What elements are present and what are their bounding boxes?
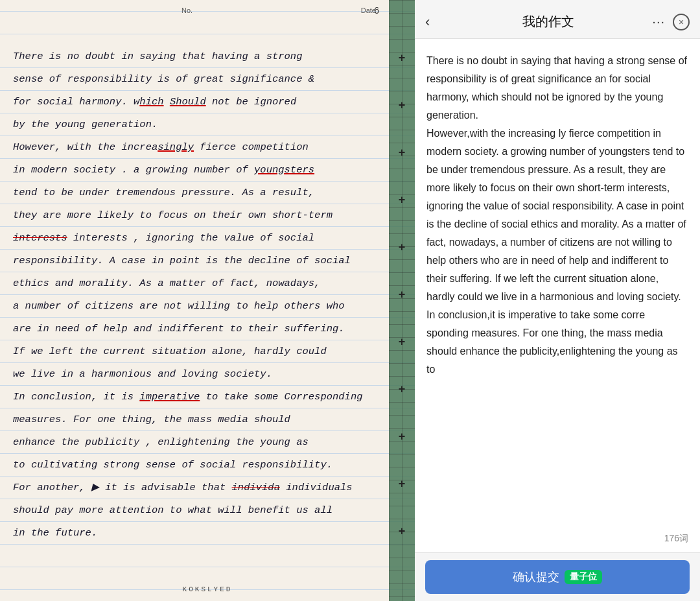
hw-hich: hich [139, 96, 163, 108]
hw-line-14: If we left the current situation alone, … [13, 340, 382, 363]
close-icon: × [679, 17, 684, 27]
hw-line-9: interests interests , ignoring the value… [13, 227, 382, 250]
essay-text: There is no doubt in saying that having … [426, 52, 688, 379]
hw-line-7: tend to be under tremendous pressure. As… [13, 182, 382, 204]
essay-paragraph-1: There is no doubt in saying that having … [426, 55, 687, 121]
plus-8: + [399, 383, 406, 395]
hw-should: Should [170, 96, 206, 108]
notebook-bottom-label: KOKSLYED [183, 585, 233, 593]
hw-line-17: measures. For one thing, the mass media … [13, 408, 382, 431]
wechat-panel: ‹ 我的作文 ··· × There is no doubt in saying… [415, 0, 700, 601]
handwritten-text: There is no doubt in saying that having … [13, 45, 382, 545]
hw-line-8: they are more likely to focus on their o… [13, 204, 382, 227]
hw-line-6: in modern society . a growing number of … [13, 159, 382, 182]
header-title: 我的作文 [445, 13, 652, 30]
plus-10: + [399, 478, 406, 489]
plus-4: + [399, 194, 406, 206]
hw-singly: singly [158, 141, 194, 153]
plus-9: + [399, 430, 406, 442]
date-label: Date [361, 6, 376, 14]
hw-line-15: we live in a harmonious and loving socie… [13, 363, 382, 386]
plus-6: + [399, 289, 406, 300]
hw-imperative: imperative [139, 391, 200, 403]
hw-line-2: sense of responsibility is of great sign… [13, 68, 382, 91]
hw-line-22: in the future. [13, 522, 382, 545]
close-button[interactable]: × [673, 14, 690, 30]
notebook-background: 6 No. Date There is no doubt in saying t… [0, 0, 415, 601]
header-actions: ··· × [652, 14, 690, 30]
hw-line-16: In conclusion, it is imperative to take … [13, 386, 382, 408]
more-button[interactable]: ··· [652, 14, 665, 29]
notebook-header: No. Date [0, 6, 389, 14]
hw-line-11: ethics and morality. As a matter of fact… [13, 272, 382, 295]
plus-7: + [399, 336, 406, 348]
submit-label: 确认提交 [513, 569, 559, 585]
word-count: 176词 [664, 533, 688, 545]
back-button[interactable]: ‹ [425, 14, 445, 30]
hw-individa: individa [232, 482, 280, 493]
plus-5: + [399, 241, 406, 253]
hw-line-5: However, with the increasingly fierce co… [13, 136, 382, 159]
submit-bar: 确认提交 量子位 [415, 552, 700, 601]
hw-which: which [134, 96, 164, 108]
plus-11: + [399, 525, 406, 537]
essay-paragraph-3: In conclusion,it is imperative to take s… [426, 309, 678, 375]
submit-button[interactable]: 确认提交 量子位 [425, 560, 690, 594]
hw-line-4: by the young generation. [13, 113, 382, 136]
no-label: No. [181, 6, 192, 14]
hw-line-21: should pay more attention to what will b… [13, 499, 382, 522]
notebook-panel: 6 No. Date There is no doubt in saying t… [0, 0, 415, 601]
hw-line-1: There is no doubt in saying that having … [13, 45, 382, 68]
hw-youngsters: youngsters [254, 164, 314, 176]
plus-2: + [399, 99, 406, 111]
wechat-header: ‹ 我的作文 ··· × [415, 0, 700, 39]
hw-line-19: to cultivating strong sense of social re… [13, 454, 382, 477]
hw-line-3: for social harmony. which Should not be … [13, 91, 382, 113]
plus-3: + [399, 147, 406, 158]
essay-paragraph-2: However,with the increasing ly fierce co… [426, 128, 686, 302]
hw-line-12: a number of citizens are not willing to … [13, 295, 382, 318]
essay-content-area: There is no doubt in saying that having … [415, 39, 700, 552]
hw-line-20: For another, ▶ it is advisable that indi… [13, 477, 382, 499]
hw-line-18: enhance the publicity , enlightening the… [13, 431, 382, 454]
hw-strikethrough: interests [13, 232, 67, 244]
plus-marks: + + + + + + + + + + + [389, 0, 415, 601]
brand-badge: 量子位 [565, 570, 602, 584]
plus-1: + [399, 52, 406, 64]
hw-line-10: responsibility. A case in point is the d… [13, 250, 382, 272]
hw-line-13: are in need of help and indifferent to t… [13, 318, 382, 340]
